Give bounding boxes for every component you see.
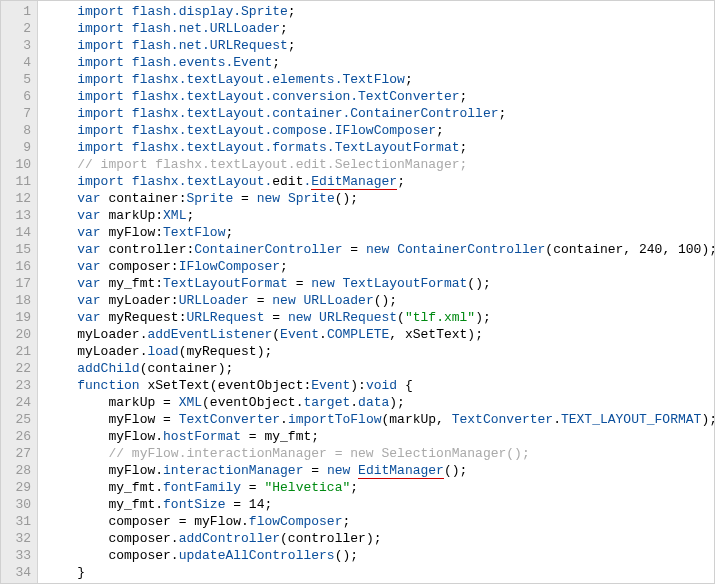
token: ; — [397, 174, 405, 189]
token: my_fmt. — [108, 480, 163, 495]
token: myLoader. — [77, 344, 147, 359]
line-number: 17 — [5, 275, 31, 292]
token: "Helvetica" — [264, 480, 350, 495]
code-line: var myFlow:TextFlow; — [46, 224, 714, 241]
token: flashx.textLayout.compose.IFlowComposer — [132, 123, 436, 138]
token: Sprite — [288, 191, 335, 206]
line-number: 20 — [5, 326, 31, 343]
token: "tlf.xml" — [405, 310, 475, 325]
code-line: addChild(container); — [46, 360, 714, 377]
token: URLRequest — [186, 310, 264, 325]
code-line: myFlow = TextConverter.importToFlow(mark… — [46, 411, 714, 428]
line-number: 16 — [5, 258, 31, 275]
token: ContainerController — [194, 242, 342, 257]
token: URLRequest — [319, 310, 397, 325]
token: controller: — [108, 242, 194, 257]
token: XML — [179, 395, 202, 410]
token: , xSetText); — [389, 327, 483, 342]
token: myFlow: — [108, 225, 163, 240]
token: EditManager — [311, 174, 397, 190]
token: var — [77, 293, 108, 308]
line-number: 12 — [5, 190, 31, 207]
line-number: 24 — [5, 394, 31, 411]
token: target — [303, 395, 350, 410]
code-line: myLoader.load(myRequest); — [46, 343, 714, 360]
token: = — [343, 242, 366, 257]
token: flashx.textLayout.formats.TextLayoutForm… — [132, 140, 460, 155]
code-line: import flash.events.Event; — [46, 54, 714, 71]
token: addChild — [77, 361, 139, 376]
line-number: 27 — [5, 445, 31, 462]
token: URLLoader — [304, 293, 374, 308]
token: data — [358, 395, 389, 410]
token: myFlow. — [108, 429, 163, 444]
token: var — [77, 191, 108, 206]
code-editor: 1234567891011121314151617181920212223242… — [0, 0, 715, 584]
token: import — [77, 174, 132, 189]
token: = — [303, 463, 326, 478]
line-number: 21 — [5, 343, 31, 360]
line-number: 14 — [5, 224, 31, 241]
token: ; — [225, 225, 233, 240]
code-line: myFlow.interactionManager = new EditMana… — [46, 462, 714, 479]
line-number: 6 — [5, 88, 31, 105]
token: Sprite — [186, 191, 233, 206]
token: (eventObject. — [202, 395, 303, 410]
code-line: myLoader.addEventListener(Event.COMPLETE… — [46, 326, 714, 343]
token: import — [77, 140, 132, 155]
token: ; — [459, 89, 467, 104]
token: } — [77, 565, 85, 580]
token: flash.net.URLRequest — [132, 38, 288, 53]
token: Event — [280, 327, 319, 342]
line-number: 15 — [5, 241, 31, 258]
line-number: 13 — [5, 207, 31, 224]
token: = my_fmt; — [241, 429, 319, 444]
code-line: } — [46, 564, 714, 581]
token: import — [77, 21, 132, 36]
line-number: 2 — [5, 20, 31, 37]
line-number: 19 — [5, 309, 31, 326]
token: interactionManager — [163, 463, 303, 478]
token: ; — [405, 72, 413, 87]
token: var — [77, 225, 108, 240]
token: importToFlow — [288, 412, 382, 427]
token: myRequest: — [108, 310, 186, 325]
token: { — [397, 378, 413, 393]
token: ; — [288, 38, 296, 53]
line-number: 11 — [5, 173, 31, 190]
token: edit — [272, 174, 303, 189]
code-line: markUp = XML(eventObject.target.data); — [46, 394, 714, 411]
token: ; — [288, 4, 296, 19]
token: import — [77, 55, 132, 70]
token: XML — [163, 208, 186, 223]
token: addEventListener — [147, 327, 272, 342]
token: flash.display.Sprite — [132, 4, 288, 19]
token: (); — [467, 276, 490, 291]
token: (); — [335, 191, 358, 206]
token: // import flashx.textLayout.edit.Selecti… — [77, 157, 467, 172]
token: my_fmt. — [108, 497, 163, 512]
token: flashx.textLayout.elements.TextFlow — [132, 72, 405, 87]
code-line: var myRequest:URLRequest = new URLReques… — [46, 309, 714, 326]
line-number: 34 — [5, 564, 31, 581]
token: hostFormat — [163, 429, 241, 444]
token: function — [77, 378, 147, 393]
line-number: 1 — [5, 3, 31, 20]
token: TextConverter — [179, 412, 280, 427]
token: flashx.textLayout.conversion.TextConvert… — [132, 89, 460, 104]
token: IFlowComposer — [179, 259, 280, 274]
code-line: import flashx.textLayout.formats.TextLay… — [46, 139, 714, 156]
line-number: 33 — [5, 547, 31, 564]
token: import — [77, 106, 132, 121]
token: = — [241, 480, 264, 495]
token: composer = myFlow. — [108, 514, 248, 529]
token: // myFlow.interactionManager = new Selec… — [108, 446, 529, 461]
code-line: var markUp:XML; — [46, 207, 714, 224]
token: EditManager — [358, 463, 444, 479]
line-number: 9 — [5, 139, 31, 156]
code-line: import flash.display.Sprite; — [46, 3, 714, 20]
token: URLLoader — [179, 293, 249, 308]
token: my_fmt: — [108, 276, 163, 291]
line-number: 22 — [5, 360, 31, 377]
code-line: // import flashx.textLayout.edit.Selecti… — [46, 156, 714, 173]
